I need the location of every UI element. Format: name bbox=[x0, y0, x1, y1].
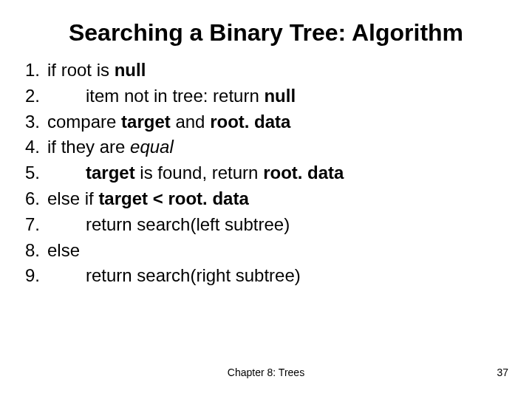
step-row: 8.else bbox=[13, 238, 344, 264]
algorithm-steps: 1.if root is null2.item not in tree: ret… bbox=[13, 58, 344, 289]
slide: Searching a Binary Tree: Algorithm 1.if … bbox=[0, 0, 532, 399]
step-text: else bbox=[47, 238, 80, 264]
step-text: item not in tree: return null bbox=[47, 83, 296, 109]
slide-title: Searching a Binary Tree: Algorithm bbox=[0, 19, 532, 47]
step-row: 3.compare target and root. data bbox=[13, 109, 344, 135]
step-text: target is found, return root. data bbox=[47, 160, 344, 186]
step-text: if they are equal bbox=[47, 134, 174, 160]
step-number: 4. bbox=[13, 134, 47, 160]
step-row: 7.return search(left subtree) bbox=[13, 212, 344, 238]
step-row: 5.target is found, return root. data bbox=[13, 160, 344, 186]
step-number: 2. bbox=[13, 83, 47, 109]
text-segment: compare bbox=[47, 112, 121, 132]
step-number: 5. bbox=[13, 160, 47, 186]
text-segment: else if bbox=[47, 188, 98, 208]
text-segment: equal bbox=[130, 137, 174, 157]
step-number: 7. bbox=[13, 212, 47, 238]
text-segment: is found, return bbox=[135, 163, 263, 183]
step-number: 8. bbox=[13, 238, 47, 264]
text-segment: null bbox=[115, 60, 146, 80]
text-segment: root. data bbox=[210, 112, 290, 132]
text-segment: target bbox=[86, 163, 135, 183]
text-segment: return search(left subtree) bbox=[86, 214, 290, 234]
footer-chapter: Chapter 8: Trees bbox=[0, 366, 532, 378]
step-text: if root is null bbox=[47, 58, 146, 83]
step-text: return search(right subtree) bbox=[47, 263, 301, 289]
step-row: 1.if root is null bbox=[13, 58, 344, 83]
step-text: else if target < root. data bbox=[47, 186, 249, 212]
text-segment: null bbox=[264, 86, 296, 106]
footer-page-number: 37 bbox=[497, 366, 508, 378]
text-segment: target < root. data bbox=[98, 188, 248, 208]
step-number: 3. bbox=[13, 109, 47, 135]
text-segment: if root is bbox=[47, 60, 115, 80]
step-number: 6. bbox=[13, 186, 47, 212]
text-segment: else bbox=[47, 240, 80, 260]
step-row: 2.item not in tree: return null bbox=[13, 83, 344, 109]
text-segment: target bbox=[121, 112, 171, 132]
text-segment: item not in tree: return bbox=[86, 86, 264, 106]
step-number: 1. bbox=[13, 58, 47, 83]
step-row: 9.return search(right subtree) bbox=[13, 263, 344, 289]
text-segment: and bbox=[171, 112, 210, 132]
text-segment: return search(right subtree) bbox=[86, 265, 301, 285]
text-segment: if they are bbox=[47, 137, 130, 157]
step-text: return search(left subtree) bbox=[47, 212, 290, 238]
step-number: 9. bbox=[13, 263, 47, 289]
text-segment: root. data bbox=[263, 163, 344, 183]
step-text: compare target and root. data bbox=[47, 109, 290, 135]
step-row: 6.else if target < root. data bbox=[13, 186, 344, 212]
step-row: 4.if they are equal bbox=[13, 134, 344, 160]
